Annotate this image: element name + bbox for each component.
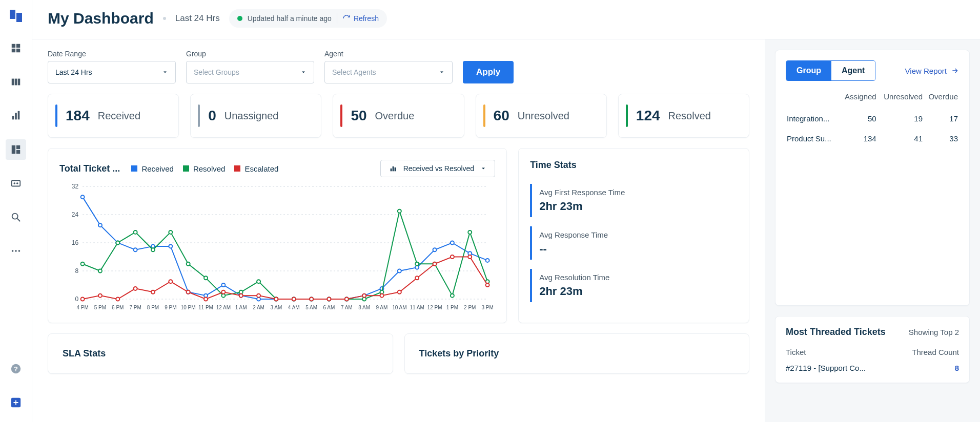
legend-item: Received	[131, 164, 174, 173]
stat-card-overdue[interactable]: 50 Overdue	[333, 94, 464, 138]
stat-card-resolved[interactable]: 124 Resolved	[618, 94, 749, 138]
time-metric: Avg Response Time --	[530, 226, 738, 260]
nav-dashboard-icon[interactable]	[6, 38, 26, 58]
svg-point-121	[257, 294, 260, 298]
nav-widgets-icon[interactable]	[6, 139, 26, 160]
icon-sidebar: ?	[0, 0, 32, 422]
svg-point-18	[12, 214, 18, 219]
legend-label: Resolved	[193, 164, 226, 173]
svg-point-130	[415, 276, 419, 280]
svg-point-128	[380, 294, 383, 298]
svg-point-84	[451, 241, 454, 245]
svg-text:11 AM: 11 AM	[410, 305, 424, 310]
svg-rect-2	[12, 44, 15, 48]
svg-point-22	[18, 250, 21, 252]
nav-analytics-icon[interactable]	[6, 106, 26, 126]
svg-rect-26	[390, 168, 392, 171]
apply-button[interactable]: Apply	[463, 61, 514, 83]
main-area: My Dashboard Last 24 Hrs Updated half a …	[32, 0, 980, 422]
agent-label: Agent	[324, 50, 453, 58]
right-column: Group Agent View Report AssignedUnresolv…	[765, 39, 980, 422]
svg-point-131	[433, 262, 437, 266]
nav-add-icon[interactable]	[6, 392, 26, 413]
svg-point-64	[98, 223, 102, 227]
refresh-button[interactable]: Refresh	[342, 14, 379, 23]
chart-panel: Total Ticket ... ReceivedResolvedEscalat…	[48, 148, 507, 323]
time-metric: Avg First Response Time 2hr 23m	[530, 184, 738, 217]
segment-control: Group Agent	[786, 60, 875, 81]
line-chart: 081624324 PM5 PM6 PM7 PM8 PM9 PM10 PM11 …	[59, 181, 495, 314]
stat-card-received[interactable]: 184 Received	[48, 94, 179, 138]
svg-point-91	[151, 248, 155, 251]
svg-text:0: 0	[75, 296, 78, 303]
nav-help-icon[interactable]: ?	[6, 358, 26, 379]
nav-more-icon[interactable]	[6, 241, 26, 261]
view-report-link[interactable]: View Report	[905, 67, 959, 75]
stat-card-unassigned[interactable]: 0 Unassigned	[190, 94, 321, 138]
svg-point-63	[81, 195, 85, 199]
svg-point-106	[415, 262, 419, 266]
svg-point-71	[221, 283, 225, 287]
metric-label: Avg Resolution Time	[539, 273, 738, 282]
threaded-tickets-panel: Most Threaded Tickets Showing Top 2 Tick…	[775, 316, 970, 383]
svg-text:4 PM: 4 PM	[76, 305, 88, 310]
date-range-select[interactable]: Last 24 Hrs	[48, 61, 176, 83]
cell-assigned: 50	[840, 109, 876, 128]
svg-text:5 PM: 5 PM	[94, 305, 106, 310]
cell-name: Integration...	[787, 109, 839, 128]
svg-text:16: 16	[72, 239, 79, 246]
svg-text:1 PM: 1 PM	[446, 305, 458, 310]
svg-text:32: 32	[72, 183, 79, 190]
view-report-label: View Report	[905, 67, 947, 75]
table-header	[787, 92, 839, 108]
chevron-down-icon	[162, 69, 168, 75]
group-select[interactable]: Select Groups	[186, 61, 314, 83]
chart-view-select[interactable]: Received vs Resolved	[380, 160, 496, 177]
svg-text:1 AM: 1 AM	[235, 305, 247, 310]
table-row[interactable]: Product Su... 134 41 33	[787, 129, 958, 148]
svg-text:10 PM: 10 PM	[181, 305, 196, 310]
svg-point-97	[257, 280, 260, 283]
threaded-header: Most Threaded Tickets Showing Top 2	[786, 327, 959, 337]
svg-point-68	[169, 244, 172, 248]
stat-accent-bar	[198, 104, 200, 127]
svg-text:12 AM: 12 AM	[216, 305, 231, 310]
col-ticket: Ticket	[786, 348, 806, 356]
svg-point-134	[486, 283, 489, 287]
svg-text:6 AM: 6 AM	[323, 305, 335, 310]
threaded-ticket-row[interactable]: #27119 - [Support Co... 8	[786, 364, 959, 372]
svg-point-17	[17, 183, 18, 184]
nav-tickets-icon[interactable]	[6, 173, 26, 194]
svg-rect-15	[12, 181, 21, 186]
segment-group-button[interactable]: Group	[786, 61, 831, 80]
agent-select[interactable]: Select Agents	[324, 61, 453, 83]
svg-text:10 AM: 10 AM	[392, 305, 406, 310]
metric-value: --	[539, 242, 738, 256]
legend-swatch-icon	[131, 165, 137, 172]
svg-rect-3	[16, 44, 20, 48]
svg-point-118	[204, 298, 208, 301]
filter-date-range: Date Range Last 24 Hrs	[48, 50, 176, 83]
table-row[interactable]: Integration... 50 19 17	[787, 109, 958, 128]
legend-swatch-icon	[183, 165, 189, 172]
svg-rect-9	[12, 116, 14, 119]
svg-point-133	[468, 255, 472, 259]
svg-point-89	[116, 241, 119, 245]
cell-assigned: 134	[840, 129, 876, 148]
svg-point-129	[398, 290, 401, 294]
svg-point-20	[12, 250, 14, 252]
svg-point-123	[292, 298, 296, 301]
sla-stats-panel: SLA Stats	[48, 333, 393, 374]
nav-search-icon[interactable]	[6, 207, 26, 227]
segment-agent-button[interactable]: Agent	[831, 61, 875, 80]
stat-label: Unassigned	[224, 110, 279, 122]
stat-card-unresolved[interactable]: 60 Unresolved	[476, 94, 607, 138]
svg-text:8 AM: 8 AM	[358, 305, 370, 310]
svg-rect-10	[15, 113, 17, 120]
svg-point-115	[151, 290, 155, 294]
nav-table-icon[interactable]	[6, 72, 26, 92]
threaded-columns: Ticket Thread Count	[786, 348, 959, 356]
stat-accent-bar	[483, 104, 485, 127]
svg-text:6 PM: 6 PM	[112, 305, 124, 310]
svg-rect-28	[394, 167, 396, 171]
